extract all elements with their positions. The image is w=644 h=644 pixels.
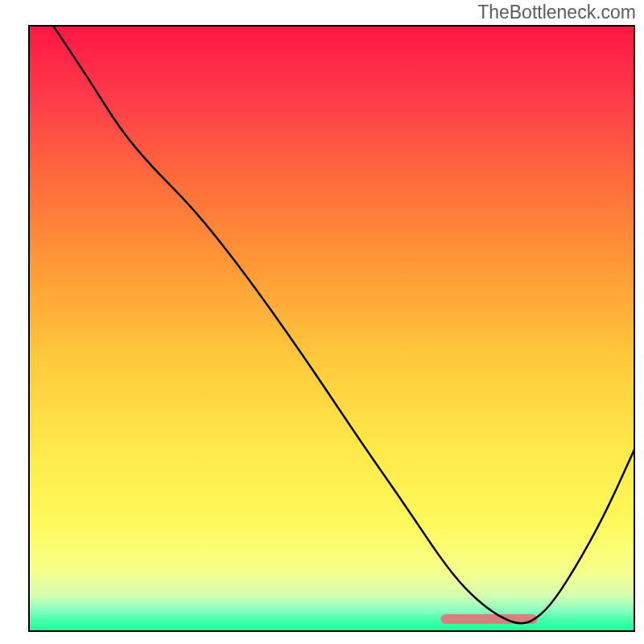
chart-svg: [0, 0, 644, 644]
watermark-text: TheBottleneck.com: [477, 2, 636, 23]
plot-background: [29, 26, 634, 631]
chart-root: TheBottleneck.com: [0, 0, 644, 644]
